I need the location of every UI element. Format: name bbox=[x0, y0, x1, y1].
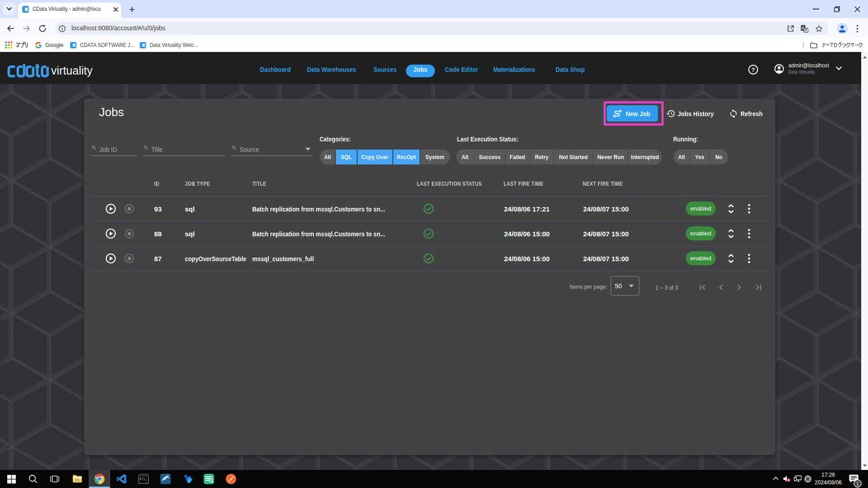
svg-text:1: 1 bbox=[856, 481, 859, 486]
svg-text:G: G bbox=[802, 26, 805, 30]
svg-text:?: ? bbox=[751, 66, 755, 73]
svg-text:C:\_: C:\_ bbox=[140, 478, 147, 481]
